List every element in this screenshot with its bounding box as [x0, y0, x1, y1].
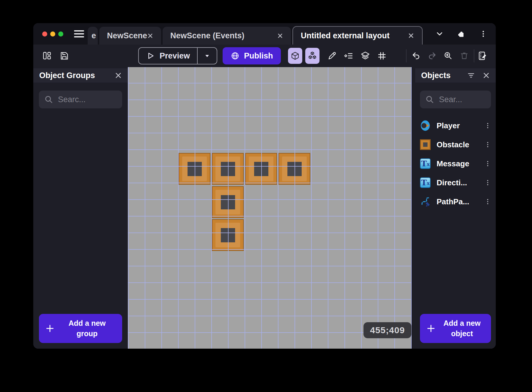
obstacle-instance[interactable] — [278, 153, 310, 185]
tab-newscene[interactable]: NewScene — [99, 27, 161, 45]
divider — [474, 49, 474, 62]
kebab-menu-icon[interactable] — [484, 179, 491, 186]
add-group-button[interactable]: Add a new group — [39, 314, 122, 343]
add-group-label-line2: group — [77, 329, 98, 338]
globe-icon — [230, 51, 240, 61]
player-sprite-icon — [420, 120, 431, 132]
kebab-menu-icon[interactable] — [484, 160, 491, 167]
add-object-button[interactable]: Add a new object — [420, 314, 491, 343]
close-icon[interactable] — [115, 72, 122, 79]
close-icon[interactable] — [483, 72, 490, 79]
extensions-puzzle-icon[interactable] — [457, 29, 466, 38]
tab-label: NewScene (Events) — [170, 31, 244, 40]
object-row-directions[interactable]: Tx Directi... — [415, 173, 496, 192]
edit-events-sheet-icon[interactable] — [476, 49, 490, 63]
add-object-label-line1: Add a new — [443, 319, 481, 327]
preview-split-button: Preview — [138, 47, 217, 64]
tab-strip: e NewScene NewScene (Events) Untitled ex… — [88, 23, 423, 45]
close-icon[interactable] — [408, 32, 414, 39]
close-window-button[interactable] — [42, 31, 47, 37]
search-input[interactable] — [58, 95, 117, 104]
object-row-message[interactable]: Tx Message — [415, 154, 496, 173]
obstacle-instance[interactable] — [212, 219, 244, 251]
publish-label: Publish — [244, 51, 273, 61]
object-groups-panel: Object Groups Add a new group — [33, 67, 128, 349]
object-row-pathpaint[interactable]: PathPa... — [415, 192, 496, 211]
obstacle-instance[interactable] — [245, 153, 277, 185]
object-groups-search — [39, 91, 122, 108]
tab-newscene-events[interactable]: NewScene (Events) — [163, 27, 291, 45]
tab-untitled-external-layout[interactable]: Untitled external layout — [292, 26, 423, 45]
close-icon[interactable] — [277, 33, 283, 39]
main-area: Object Groups Add a new group — [33, 67, 496, 349]
redo-icon[interactable] — [425, 49, 439, 63]
toolbar: Preview Publish — [33, 45, 496, 67]
objects-panel: Objects Play — [415, 67, 496, 349]
chevron-down-icon[interactable] — [435, 29, 444, 38]
grid-icon[interactable] — [375, 49, 389, 63]
text-object-icon: Tx — [420, 158, 431, 169]
path-paint-icon — [420, 196, 431, 207]
titlebar-right-actions — [435, 29, 487, 38]
search-input[interactable] — [439, 95, 486, 104]
object-groups-title: Object Groups — [39, 71, 95, 80]
preview-options-caret-icon[interactable] — [198, 52, 217, 59]
publish-button[interactable]: Publish — [223, 47, 281, 64]
obstacle-sprite-icon — [420, 139, 431, 150]
objects-list: Player Obstacle Tx Message — [415, 116, 496, 211]
app-window: e NewScene NewScene (Events) Untitled ex… — [33, 23, 496, 349]
layers-icon[interactable] — [358, 49, 372, 63]
kebab-menu-icon[interactable] — [484, 141, 491, 148]
tab-label: Untitled external layout — [301, 31, 390, 40]
play-icon — [146, 51, 155, 60]
canvas-blocks — [128, 67, 412, 349]
zoom-in-icon[interactable] — [441, 49, 455, 63]
object-row-obstacle[interactable]: Obstacle — [415, 135, 496, 154]
titlebar: e NewScene NewScene (Events) Untitled ex… — [33, 23, 496, 45]
save-icon[interactable] — [57, 49, 71, 63]
instances-list-icon[interactable] — [341, 49, 356, 63]
tab-label: NewScene — [107, 31, 147, 40]
filter-icon[interactable] — [467, 72, 475, 79]
obstacle-instance[interactable] — [179, 153, 210, 185]
objects-title: Objects — [421, 71, 451, 80]
tab-clipped[interactable]: e — [88, 27, 98, 45]
preview-button[interactable]: Preview — [139, 51, 197, 61]
obstacle-instance[interactable] — [212, 153, 244, 185]
search-icon — [425, 95, 434, 104]
kebab-menu-icon[interactable] — [479, 30, 487, 38]
text-object-icon: Tx — [420, 177, 431, 188]
close-icon[interactable] — [147, 33, 153, 39]
objects-search — [420, 91, 491, 108]
add-object-label-line2: object — [451, 329, 473, 338]
kebab-menu-icon[interactable] — [484, 198, 491, 205]
add-group-label-line1: Add a new — [68, 319, 106, 327]
edit-pencil-icon[interactable] — [325, 49, 339, 63]
obstacle-instance[interactable] — [212, 186, 244, 218]
scene-canvas[interactable]: 455;409 — [128, 67, 412, 349]
trash-icon[interactable] — [457, 49, 471, 63]
objects-mode-toggle[interactable] — [288, 48, 302, 64]
zoom-window-button[interactable] — [58, 31, 63, 37]
preview-label: Preview — [160, 51, 190, 61]
plus-icon — [45, 323, 55, 333]
divider — [406, 49, 407, 62]
plus-icon — [426, 323, 436, 333]
cursor-coordinates-badge: 455;409 — [363, 322, 411, 338]
traffic-lights — [42, 31, 63, 37]
instances-mode-toggle[interactable] — [305, 48, 319, 64]
undo-icon[interactable] — [409, 49, 423, 63]
hamburger-menu-icon[interactable] — [74, 30, 84, 37]
search-icon — [44, 95, 53, 104]
object-row-player[interactable]: Player — [415, 116, 496, 135]
kebab-menu-icon[interactable] — [484, 122, 491, 129]
tab-label: e — [92, 31, 96, 40]
toggle-panels-icon[interactable] — [40, 49, 54, 63]
minimize-window-button[interactable] — [50, 31, 55, 37]
